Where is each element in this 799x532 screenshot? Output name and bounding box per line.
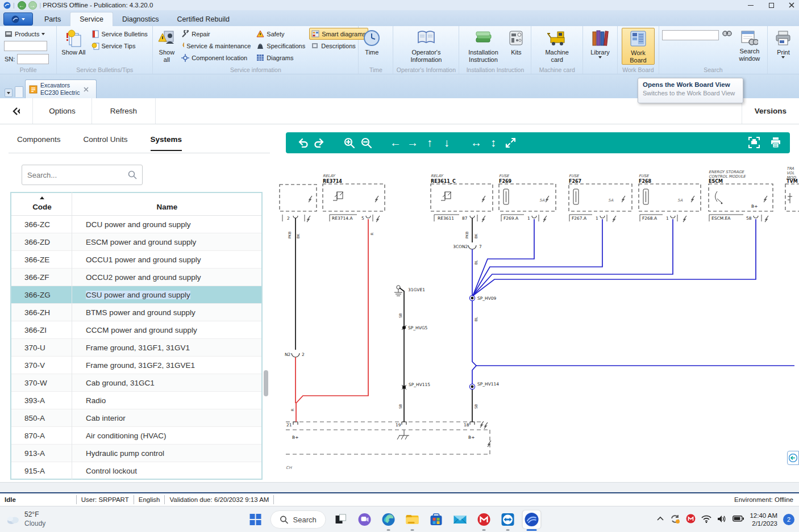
table-row[interactable]: 370-VFrame ground, 31GF2, 31GVE1 bbox=[11, 357, 261, 374]
component-location-button[interactable]: Component location bbox=[180, 52, 252, 64]
table-row[interactable]: 366-ZCDCU power and ground supply bbox=[11, 216, 261, 233]
redo-icon[interactable] bbox=[311, 135, 328, 152]
edge-browser-button[interactable] bbox=[380, 510, 398, 529]
pan-down-icon[interactable]: ↓ bbox=[438, 135, 455, 152]
pan-right-icon[interactable]: → bbox=[404, 135, 421, 152]
table-row[interactable]: 366-ZFOCCU2 power and ground supply bbox=[11, 269, 261, 286]
fit-width-icon[interactable]: ↔ bbox=[468, 135, 485, 152]
installation-instruction-button[interactable]: Installation Instruction bbox=[462, 28, 504, 64]
prosis-taskbar-button[interactable] bbox=[523, 510, 541, 529]
notification-badge[interactable]: 2 bbox=[783, 514, 794, 525]
show-all-service-info-button[interactable]: Show all bbox=[156, 28, 177, 64]
print-button[interactable]: Print bbox=[773, 28, 793, 59]
forward-button[interactable]: → bbox=[28, 1, 37, 10]
weather-widget[interactable]: 52°FCloudy bbox=[6, 506, 45, 532]
column-code[interactable]: Code bbox=[11, 193, 73, 215]
repair-button[interactable]: Repair bbox=[180, 28, 252, 40]
table-row[interactable]: 913-AHydraulic pump control bbox=[11, 445, 261, 462]
safety-button[interactable]: Safety bbox=[255, 28, 307, 40]
table-row-selected[interactable]: 366-ZGCSU power and ground supply bbox=[11, 286, 261, 304]
file-explorer-button[interactable] bbox=[403, 510, 422, 529]
close-tab-icon[interactable] bbox=[84, 87, 89, 92]
machine-card-button[interactable]: Machine card bbox=[538, 28, 576, 64]
service-bulletins-button[interactable]: Service Bulletins bbox=[90, 28, 149, 40]
search-window-button[interactable]: Search window bbox=[735, 30, 764, 62]
minimize-button[interactable] bbox=[747, 2, 755, 9]
kits-button[interactable]: Kits bbox=[504, 28, 528, 57]
service-maintenance-button[interactable]: Service & maintenance bbox=[180, 40, 252, 52]
taskbar-search[interactable]: Search bbox=[271, 510, 326, 529]
tab-systems[interactable]: Systems bbox=[151, 135, 182, 151]
side-panel-to​ggle[interactable] bbox=[787, 451, 799, 465]
taskbar-clock[interactable]: 12:40 AM 2/1/2023 bbox=[750, 512, 777, 528]
close-button[interactable] bbox=[788, 2, 796, 9]
zoom-out-icon[interactable] bbox=[357, 135, 374, 152]
versions-button[interactable]: Versions bbox=[742, 98, 799, 124]
battery-icon[interactable] bbox=[733, 516, 744, 523]
task-view-button[interactable] bbox=[332, 510, 350, 529]
back-button[interactable]: ← bbox=[18, 1, 26, 10]
undo-icon[interactable] bbox=[294, 135, 311, 152]
tab-list-dropdown[interactable] bbox=[5, 89, 13, 97]
show-all-bulletins-button[interactable]: Show All bbox=[60, 28, 87, 57]
sn-input[interactable] bbox=[17, 54, 49, 64]
collapse-panel-button[interactable] bbox=[0, 98, 33, 124]
systems-search-input[interactable] bbox=[27, 171, 128, 179]
table-row[interactable]: 393-ARadio bbox=[11, 392, 261, 409]
table-row[interactable]: 366-ZICCCM power and ground supply bbox=[11, 321, 261, 339]
wifi-icon[interactable] bbox=[701, 515, 711, 525]
library-button[interactable]: Library bbox=[589, 28, 611, 59]
application-menu-button[interactable] bbox=[3, 12, 33, 26]
diagrams-button[interactable]: Diagrams bbox=[255, 52, 307, 64]
table-row[interactable]: 915-AControl lockout bbox=[11, 462, 261, 480]
search-go-icon[interactable] bbox=[722, 30, 732, 41]
mega-button[interactable] bbox=[475, 510, 493, 529]
ribbon-search-input[interactable] bbox=[662, 30, 719, 40]
zoom-in-icon[interactable] bbox=[340, 135, 357, 152]
tab-parts[interactable]: Parts bbox=[35, 12, 70, 26]
document-tab-excavators[interactable]: ExcavatorsEC230 Electric bbox=[25, 79, 97, 98]
tray-chevron-icon[interactable] bbox=[656, 516, 664, 523]
chat-button[interactable] bbox=[356, 510, 374, 529]
print-diagram-icon[interactable] bbox=[767, 134, 784, 151]
sync-tray-icon[interactable] bbox=[670, 514, 680, 526]
options-button[interactable]: Options bbox=[33, 98, 92, 124]
tab-components[interactable]: Components bbox=[17, 135, 61, 151]
tab-diagnostics[interactable]: Diagnostics bbox=[113, 12, 168, 26]
table-row[interactable]: 366-ZDESCM power and ground supply bbox=[11, 233, 261, 251]
print-preview-icon[interactable] bbox=[746, 134, 763, 151]
pan-up-icon[interactable]: ↑ bbox=[421, 135, 438, 152]
mega-tray-icon[interactable] bbox=[686, 514, 696, 525]
table-row[interactable]: 366-ZHBTMS power and ground supply bbox=[11, 304, 261, 321]
service-tips-button[interactable]: Service Tips bbox=[90, 40, 149, 52]
hidden-tab[interactable] bbox=[15, 86, 23, 97]
mail-button[interactable] bbox=[451, 510, 469, 529]
fit-page-icon[interactable] bbox=[502, 135, 519, 152]
specifications-button[interactable]: Specifications bbox=[255, 40, 307, 52]
teamviewer-button[interactable] bbox=[499, 510, 517, 529]
table-scrollbar[interactable] bbox=[264, 370, 268, 396]
microsoft-store-button[interactable] bbox=[427, 510, 446, 529]
search-icon[interactable] bbox=[128, 170, 137, 179]
fit-height-icon[interactable]: ↕ bbox=[485, 135, 502, 152]
tab-control-units[interactable]: Control Units bbox=[84, 135, 128, 151]
column-name[interactable]: Name bbox=[73, 193, 261, 215]
products-button[interactable]: Products bbox=[3, 28, 51, 40]
time-button[interactable]: Time bbox=[361, 28, 382, 57]
table-row[interactable]: 850-ACab interior bbox=[11, 409, 261, 427]
volume-icon[interactable] bbox=[717, 515, 727, 525]
table-row[interactable]: 370-WCab ground, 31GC1 bbox=[11, 374, 261, 392]
operators-information-button[interactable]: Operator's Information bbox=[401, 28, 452, 64]
pan-left-icon[interactable]: ← bbox=[387, 135, 404, 152]
tab-certified-rebuild[interactable]: Certified Rebuild bbox=[168, 12, 239, 26]
refresh-button[interactable]: Refresh bbox=[92, 98, 156, 124]
work-board-button[interactable]: Work Board bbox=[622, 28, 655, 65]
tab-service[interactable]: Service bbox=[70, 12, 113, 26]
profile-input[interactable] bbox=[4, 41, 47, 51]
table-row[interactable]: 370-UFrame ground, 31GF1, 31GV1 bbox=[11, 339, 261, 357]
maximize-button[interactable] bbox=[767, 2, 775, 9]
table-row[interactable]: 870-AAir conditioning (HVAC) bbox=[11, 427, 261, 445]
start-button[interactable] bbox=[247, 510, 265, 529]
wiring-diagram-canvas[interactable]: RELAY RE3714 RE3714.A 5 RELAY RE3611_C R… bbox=[278, 158, 799, 491]
table-row[interactable]: 366-ZEOCCU1 power and ground supply bbox=[11, 251, 261, 269]
